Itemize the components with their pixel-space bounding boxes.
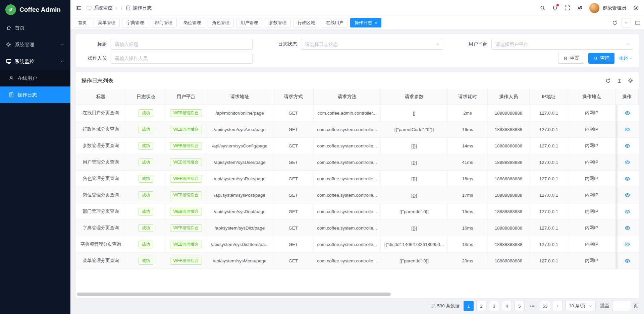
tab-label: 行政区域: [298, 20, 315, 26]
cell-request-method: GET: [273, 138, 314, 154]
tab[interactable]: 用户管理 ×: [236, 18, 262, 27]
cell-log-status: 成功: [126, 187, 166, 203]
table-row[interactable]: 角色管理分页查询 成功 WEB管理后台 /api/system/sysRole/…: [76, 171, 639, 187]
column-header: 操作: [615, 89, 639, 105]
page-button[interactable]: 4: [502, 301, 512, 311]
view-detail-eye-icon[interactable]: [625, 258, 630, 264]
user-avatar[interactable]: [589, 3, 599, 13]
view-detail-eye-icon[interactable]: [625, 176, 630, 182]
table-row[interactable]: 字典项管理分页查询 成功 WEB管理后台 /api/system/sysDict…: [76, 236, 639, 253]
view-detail-eye-icon[interactable]: [625, 160, 630, 165]
jump-unit-label: 页: [634, 303, 638, 309]
status-badge: 成功: [139, 257, 153, 265]
jump-page-input[interactable]: [612, 301, 631, 311]
cell-user-platform: WEB管理后台: [166, 203, 206, 219]
cell-location: 内网IP: [568, 171, 615, 187]
view-detail-eye-icon[interactable]: [625, 192, 630, 198]
reset-button-label: 重置: [570, 55, 579, 61]
table-row[interactable]: 部门管理分页查询 成功 WEB管理后台 /api/system/sysDept/…: [76, 203, 639, 220]
view-detail-eye-icon[interactable]: [625, 209, 630, 214]
collapse-toggle[interactable]: 收起: [619, 55, 633, 61]
view-detail-eye-icon[interactable]: [625, 143, 630, 149]
platform-badge: WEB管理后台: [170, 191, 202, 199]
table-row[interactable]: 岗位管理分页查询 成功 WEB管理后台 /api/system/sysPost/…: [76, 187, 639, 203]
view-detail-eye-icon[interactable]: [625, 127, 630, 132]
tab[interactable]: 字典管理 ×: [122, 18, 148, 27]
table-refresh-icon[interactable]: [605, 78, 611, 83]
log-status-select[interactable]: [301, 39, 443, 50]
title-input[interactable]: [111, 39, 253, 50]
settings-gear-icon[interactable]: [633, 5, 639, 11]
operator-field: 操作人员: [81, 53, 253, 64]
sidebar-item-system-monitor[interactable]: 系统监控: [0, 53, 70, 70]
content-layout-icon[interactable]: [635, 20, 641, 26]
page-button[interactable]: 53: [540, 301, 550, 311]
cell-request-function: com.coffee.admin.controller...: [314, 105, 381, 121]
column-header: 操作地点: [568, 89, 615, 105]
title-field: 标题: [81, 39, 253, 50]
tab[interactable]: 在线用户 ×: [322, 18, 348, 27]
tab-label: 操作日志: [355, 20, 372, 26]
translate-icon[interactable]: [577, 5, 583, 11]
view-detail-eye-icon[interactable]: [625, 225, 630, 231]
user-platform-select[interactable]: [491, 39, 633, 50]
search-icon[interactable]: [540, 5, 545, 11]
card-title: 操作日志列表: [81, 77, 113, 84]
cell-actions: [615, 203, 639, 219]
sidebar-item-label: 操作日志: [17, 92, 37, 98]
table-row[interactable]: 用户管理分页查询 成功 WEB管理后台 /api/system/sysUser/…: [76, 154, 639, 171]
sidebar-collapse-icon[interactable]: [76, 5, 82, 11]
cell-actions: [615, 236, 639, 252]
tab[interactable]: 部门管理 ×: [151, 18, 177, 27]
tab-label: 菜单管理: [98, 20, 115, 26]
tab[interactable]: 操作日志 ×: [350, 18, 381, 27]
view-detail-eye-icon[interactable]: [625, 110, 630, 116]
tab-close-icon[interactable]: ×: [374, 21, 377, 25]
fullscreen-icon[interactable]: [565, 5, 570, 11]
cell-request-duration: 13ms: [448, 236, 488, 252]
cell-request-params: []: [381, 105, 448, 121]
breadcrumb-item[interactable]: 系统监控: [94, 5, 112, 11]
page-button[interactable]: •••: [527, 301, 537, 311]
page-button[interactable]: 5: [515, 301, 525, 311]
page-button[interactable]: 1: [464, 301, 474, 311]
page-button[interactable]: 3: [489, 301, 499, 311]
table-row[interactable]: 字典管理分页查询 成功 WEB管理后台 /api/system/sysDict/…: [76, 220, 639, 236]
table-density-icon[interactable]: [617, 78, 622, 83]
table-row[interactable]: 在线用户分页查询 成功 WEB管理后台 /api/monitor/online/…: [76, 105, 639, 121]
page-button[interactable]: 2: [476, 301, 486, 311]
sidebar-submenu: 在线用户 操作日志: [0, 70, 70, 103]
notification-bell-icon[interactable]: [552, 5, 558, 11]
table-row[interactable]: 行政区域分页查询 成功 WEB管理后台 /api/system/sysArea/…: [76, 121, 639, 138]
tabs-dropdown-button[interactable]: [622, 18, 631, 27]
page-size-select[interactable]: 10 条/页: [566, 301, 596, 311]
tab[interactable]: 参数管理 ×: [265, 18, 291, 27]
cell-request-url: /api/system/sysConfig/page: [206, 138, 273, 154]
sidebar-item-operation-log[interactable]: 操作日志: [0, 86, 70, 103]
user-platform-field: 用户平台: [462, 39, 633, 50]
status-badge: 成功: [139, 224, 153, 232]
tab[interactable]: 角色管理 ×: [208, 18, 234, 27]
scrollbar-thumb[interactable]: [77, 293, 391, 296]
tab[interactable]: 菜单管理 ×: [94, 18, 120, 27]
card-tools: [605, 78, 633, 83]
username-label[interactable]: 超级管理员: [603, 5, 626, 11]
tab[interactable]: 岗位管理 ×: [179, 18, 205, 27]
header-actions: 超级管理员: [540, 3, 639, 13]
tabs-refresh-icon[interactable]: [612, 20, 618, 25]
query-button[interactable]: 查询: [588, 53, 614, 64]
tab[interactable]: 首页 ×: [74, 18, 91, 27]
reset-button[interactable]: 重置: [558, 53, 584, 64]
tab[interactable]: 行政区域 ×: [293, 18, 319, 27]
operator-input[interactable]: [111, 53, 253, 64]
view-detail-eye-icon[interactable]: [625, 242, 630, 247]
sidebar-item-system-management[interactable]: 系统管理: [0, 36, 70, 53]
sidebar-item-online-users[interactable]: 在线用户: [0, 70, 70, 86]
cell-request-method: GET: [273, 154, 314, 170]
page-size-label: 10 条/页: [569, 303, 586, 309]
next-page-button[interactable]: [553, 301, 563, 311]
sidebar-item-home[interactable]: 首页: [0, 19, 70, 36]
table-settings-gear-icon[interactable]: [628, 78, 633, 83]
table-row[interactable]: 菜单管理分页查询 成功 WEB管理后台 /api/system/sysMenu/…: [76, 253, 639, 269]
table-row[interactable]: 参数管理分页查询 成功 WEB管理后台 /api/system/sysConfi…: [76, 138, 639, 154]
